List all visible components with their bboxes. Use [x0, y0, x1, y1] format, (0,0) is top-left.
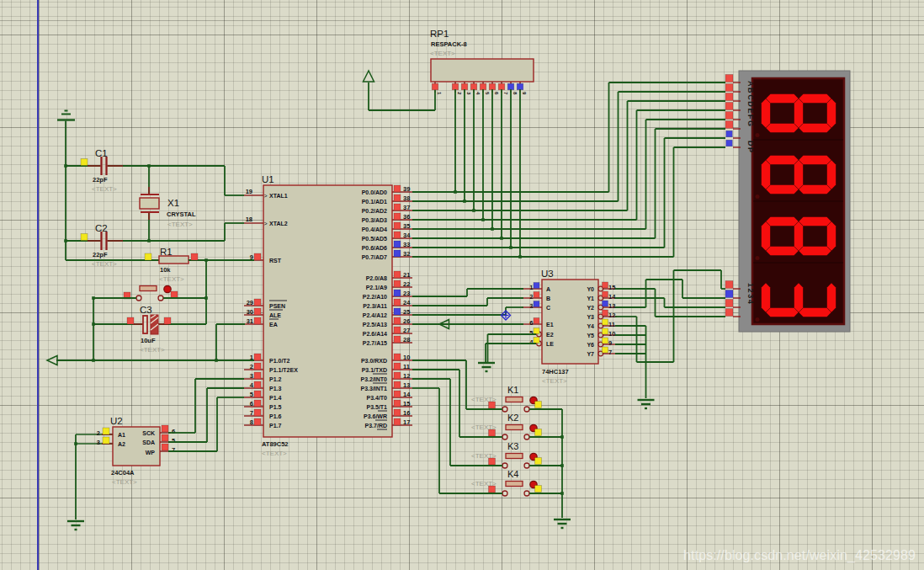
svg-text:E2: E2 — [546, 332, 554, 338]
svg-text:SDA: SDA — [142, 439, 155, 445]
svg-text:B: B — [546, 296, 550, 301]
svg-text:<TEXT>: <TEXT> — [262, 450, 287, 457]
svg-text:22pF: 22pF — [93, 176, 108, 184]
svg-text:CRYSTAL: CRYSTAL — [167, 210, 196, 218]
svg-text:1: 1 — [437, 92, 442, 95]
svg-text:RP1: RP1 — [430, 29, 449, 39]
svg-text:P3.6/WR: P3.6/WR — [364, 413, 387, 419]
svg-text:8: 8 — [512, 92, 518, 95]
svg-text:11: 11 — [403, 363, 410, 370]
svg-text:16: 16 — [403, 409, 410, 417]
svg-text:R1: R1 — [160, 247, 173, 257]
svg-text:36: 36 — [403, 213, 410, 221]
svg-text:A2: A2 — [118, 441, 125, 447]
svg-text:X1: X1 — [167, 198, 179, 208]
svg-text:ABCDEFG: ABCDEFG — [746, 81, 755, 128]
svg-text:7: 7 — [172, 446, 175, 454]
svg-text:15: 15 — [608, 284, 615, 291]
svg-text:6: 6 — [250, 400, 253, 408]
svg-text:<TEXT>: <TEXT> — [159, 275, 184, 283]
svg-text:9: 9 — [522, 92, 527, 95]
svg-text:6: 6 — [494, 92, 499, 95]
svg-text:U2: U2 — [110, 416, 123, 426]
svg-text:28: 28 — [403, 336, 410, 344]
svg-text:5: 5 — [250, 391, 253, 398]
svg-text:P3.0/RXD: P3.0/RXD — [361, 358, 387, 364]
svg-text:<TEXT>: <TEXT> — [112, 478, 137, 486]
svg-text:6: 6 — [529, 319, 533, 327]
svg-text:10uF: 10uF — [141, 337, 156, 344]
svg-text:Y0: Y0 — [587, 286, 594, 292]
svg-text:P2.3/A11: P2.3/A11 — [363, 303, 387, 309]
svg-text:<TEXT>: <TEXT> — [430, 50, 455, 57]
svg-text:P1.0/T2: P1.0/T2 — [269, 358, 290, 364]
svg-text:AT89C52: AT89C52 — [262, 440, 289, 448]
svg-text:DP: DP — [746, 141, 755, 154]
svg-text:ALE: ALE — [269, 312, 281, 318]
svg-text:34: 34 — [403, 232, 411, 239]
svg-text:P1.7: P1.7 — [269, 423, 282, 429]
svg-text:P2.0/A8: P2.0/A8 — [366, 275, 387, 281]
svg-text:5: 5 — [172, 437, 175, 445]
svg-text:<TEXT>: <TEXT> — [542, 377, 567, 385]
svg-text:P3.4/T0: P3.4/T0 — [366, 395, 387, 401]
svg-text:10k: 10k — [160, 266, 171, 274]
svg-text:<TEXT>: <TEXT> — [140, 346, 165, 354]
svg-text:30: 30 — [247, 308, 253, 316]
svg-text:P2.1/A9: P2.1/A9 — [366, 285, 387, 290]
svg-text:21: 21 — [403, 271, 410, 279]
svg-text:P2.5/A13: P2.5/A13 — [363, 322, 387, 328]
svg-text:P2.4/A12: P2.4/A12 — [363, 312, 387, 318]
svg-text:Y7: Y7 — [587, 351, 594, 357]
svg-text:7: 7 — [250, 409, 253, 417]
svg-text:EA: EA — [269, 322, 278, 328]
svg-text:P3.3/INT1: P3.3/INT1 — [360, 386, 387, 392]
svg-text:<TEXT>: <TEXT> — [92, 185, 117, 193]
svg-text:RESPACK-8: RESPACK-8 — [431, 40, 467, 48]
svg-text:Y6: Y6 — [587, 342, 594, 348]
svg-text:P0.4/AD4: P0.4/AD4 — [362, 226, 387, 232]
svg-text:7: 7 — [503, 92, 508, 95]
svg-text:29: 29 — [247, 299, 253, 306]
svg-text:38: 38 — [403, 194, 410, 202]
svg-text:11: 11 — [608, 321, 615, 328]
svg-text:XTAL2: XTAL2 — [269, 221, 288, 226]
svg-text:Y5: Y5 — [587, 333, 594, 338]
svg-text:P1.3: P1.3 — [269, 386, 282, 392]
svg-text:12: 12 — [608, 312, 615, 319]
svg-text:8: 8 — [250, 418, 253, 426]
svg-text:18: 18 — [246, 216, 252, 223]
svg-text:Y4: Y4 — [587, 323, 594, 329]
svg-text:3: 3 — [97, 439, 100, 446]
svg-text:3: 3 — [529, 302, 533, 310]
svg-text:2: 2 — [97, 429, 100, 437]
svg-text:31: 31 — [247, 317, 253, 325]
svg-text:P1.5: P1.5 — [269, 404, 282, 410]
svg-text:P3.5/T1: P3.5/T1 — [366, 404, 387, 410]
svg-text:<TEXT>: <TEXT> — [167, 221, 193, 228]
svg-text:10: 10 — [403, 354, 410, 361]
svg-text:19: 19 — [246, 188, 252, 195]
svg-text:2: 2 — [250, 363, 253, 370]
svg-text:P0.2/AD2: P0.2/AD2 — [362, 208, 387, 214]
svg-text:>: > — [264, 221, 268, 226]
svg-text:>: > — [264, 193, 268, 199]
svg-text:A1: A1 — [118, 432, 125, 438]
svg-text:13: 13 — [403, 381, 410, 389]
svg-text:7: 7 — [608, 349, 612, 356]
svg-text:12: 12 — [403, 372, 410, 380]
svg-text:3: 3 — [466, 92, 471, 95]
svg-text:1: 1 — [529, 284, 533, 291]
svg-text:Y1: Y1 — [587, 296, 594, 301]
svg-text:25: 25 — [403, 308, 410, 316]
svg-text:14: 14 — [403, 391, 411, 398]
svg-text:6: 6 — [172, 428, 175, 435]
svg-text:P0.1/AD1: P0.1/AD1 — [362, 199, 387, 205]
svg-text:P2.6/A14: P2.6/A14 — [363, 331, 387, 337]
svg-text:P1.6: P1.6 — [269, 413, 282, 419]
svg-text:24C04A: 24C04A — [111, 469, 135, 477]
svg-text:24: 24 — [403, 299, 411, 306]
svg-text:A: A — [546, 286, 550, 292]
svg-text:SCK: SCK — [142, 430, 155, 436]
svg-text:14: 14 — [608, 293, 616, 301]
